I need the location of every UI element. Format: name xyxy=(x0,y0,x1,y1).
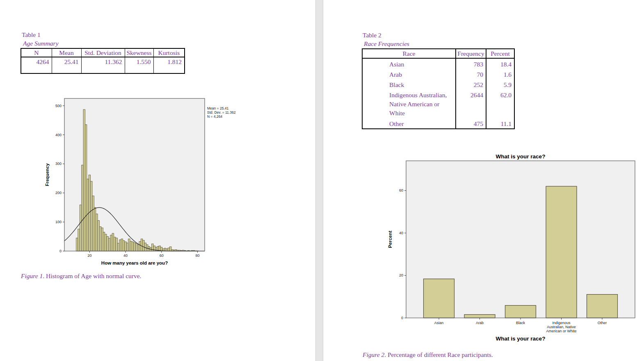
histogram-bar xyxy=(107,237,108,251)
figure1-caption-label: Figure 1 xyxy=(21,272,43,279)
race-bar-chart: 0204060AsianArabBlackIndigenousAustralia… xyxy=(384,150,640,347)
x-category-label: Other xyxy=(598,321,607,325)
histogram-bar xyxy=(143,240,144,251)
percent-cell: 11.1 xyxy=(486,118,514,129)
header-cell-frequency: Frequency xyxy=(456,49,486,58)
histogram-bar xyxy=(128,239,130,251)
y-tick-label: 400 xyxy=(55,133,62,137)
age-summary-table: N Mean Std. Deviation Skewness Kurtosis … xyxy=(21,48,185,74)
figure1-caption: Figure 1. Histogram of Age with normal c… xyxy=(21,272,141,280)
histogram-bar xyxy=(105,234,107,251)
header-cell-skewness: Skewness xyxy=(125,48,153,57)
figure2-caption-label: Figure 2 xyxy=(363,351,384,358)
legend-line: Std. Dev. = 11.362 xyxy=(207,110,236,114)
histogram-bar xyxy=(132,242,133,251)
x-tick-label: 40 xyxy=(123,254,128,258)
table1-title: Age Summary xyxy=(23,40,59,47)
y-axis-title: Percent xyxy=(388,231,393,248)
histogram-bar xyxy=(170,247,171,251)
header-cell-race: Race xyxy=(362,49,456,58)
histogram-bar xyxy=(137,244,139,251)
y-tick-label: 40 xyxy=(399,231,403,235)
table-row: Indigenous Australian, Native American o… xyxy=(362,89,514,118)
percent-cell: 18.4 xyxy=(486,58,514,69)
histogram-bar xyxy=(141,239,142,251)
value-cell-mean: 25.41 xyxy=(52,57,81,73)
figure2-caption-text: . Percentage of different Race participa… xyxy=(384,351,493,358)
table2-number: Table 2 xyxy=(363,32,381,39)
table2-title: Race Frequencies xyxy=(364,40,409,48)
histogram-bar xyxy=(112,233,114,251)
bar-black xyxy=(505,306,536,318)
race-cell: Indigenous Australian, Native American o… xyxy=(362,89,456,118)
frequency-cell: 70 xyxy=(456,69,486,79)
histogram-bar xyxy=(155,247,157,251)
x-category-label: Black xyxy=(516,321,525,325)
frequency-cell: 252 xyxy=(456,79,486,89)
histogram-bar xyxy=(98,221,99,251)
histogram-bar xyxy=(168,248,169,251)
table-header-row: N Mean Std. Deviation Skewness Kurtosis xyxy=(21,48,185,57)
histogram-bar xyxy=(85,125,87,251)
document-page-1: Table 1 Age Summary N Mean Std. Deviatio… xyxy=(0,0,315,361)
x-category-label: Asian xyxy=(434,321,444,325)
percent-cell: 1.6 xyxy=(486,69,514,79)
value-cell-stddev: 11.362 xyxy=(81,57,125,73)
histogram-bar xyxy=(125,242,126,251)
bar-arab xyxy=(464,315,495,318)
legend-line: N = 4,264 xyxy=(207,114,222,119)
histogram-bar xyxy=(94,208,96,251)
table-row: Asian 783 18.4 xyxy=(362,58,514,69)
header-cell-percent: Percent xyxy=(486,49,514,58)
race-cell: Asian xyxy=(362,58,456,69)
x-category-label: Arab xyxy=(476,321,484,325)
header-cell-n: N xyxy=(21,48,52,57)
bar-asian xyxy=(424,279,454,318)
chart-title: What is your race? xyxy=(496,153,546,160)
document-page-2: Table 2 Race Frequencies Race Frequency … xyxy=(323,0,644,361)
x-tick-label: 60 xyxy=(160,254,164,258)
histogram-bar xyxy=(123,240,125,251)
histogram-bar xyxy=(144,243,146,251)
y-tick-label: 20 xyxy=(399,273,403,277)
histogram-bar xyxy=(108,238,110,251)
histogram-bar xyxy=(100,226,101,251)
histogram-bar xyxy=(82,165,83,251)
histogram-bar xyxy=(116,238,117,251)
header-cell-kurtosis: Kurtosis xyxy=(153,48,185,57)
y-tick-label: 60 xyxy=(399,188,403,192)
histogram-bar xyxy=(153,246,155,251)
histogram-bar xyxy=(119,240,121,251)
histogram-bar xyxy=(76,238,78,251)
race-frequencies-table: Race Frequency Percent Asian 783 18.4 Ar… xyxy=(362,48,515,129)
table-row: Other 475 11.1 xyxy=(362,118,514,129)
histogram-bar xyxy=(91,181,92,251)
header-cell-mean: Mean xyxy=(52,48,81,57)
histogram-bar xyxy=(103,232,105,251)
histogram-bar xyxy=(96,214,98,251)
page-gap-divider xyxy=(315,0,323,361)
x-category-label: Indigenous xyxy=(552,321,571,325)
age-histogram-chart: 010020030040050020406080FrequencyHow man… xyxy=(41,96,246,271)
y-tick-label: 100 xyxy=(55,220,62,224)
histogram-bar xyxy=(130,241,132,251)
y-tick-label: 300 xyxy=(55,162,62,166)
value-cell-n: 4264 xyxy=(21,57,52,73)
histogram-bar xyxy=(101,228,103,251)
legend-line: Mean = 25.41 xyxy=(207,106,228,110)
frequency-cell: 783 xyxy=(456,58,486,69)
y-tick-label: 200 xyxy=(55,191,62,195)
percent-cell: 62.0 xyxy=(486,89,514,118)
y-tick-label: 0 xyxy=(401,316,403,320)
table-row: Black 252 5.9 xyxy=(362,79,514,89)
x-axis-title: How many years old are you? xyxy=(101,260,168,265)
value-cell-kurtosis: 1.812 xyxy=(153,57,185,73)
race-cell: Other xyxy=(362,118,456,129)
histogram-bar xyxy=(135,244,137,251)
bar-other xyxy=(587,295,618,318)
header-cell-stddev: Std. Deviation xyxy=(81,48,125,57)
x-category-label: Australian, Native xyxy=(547,325,576,329)
histogram-bar xyxy=(110,235,112,251)
x-tick-label: 80 xyxy=(195,254,199,258)
histogram-bar xyxy=(126,243,128,251)
